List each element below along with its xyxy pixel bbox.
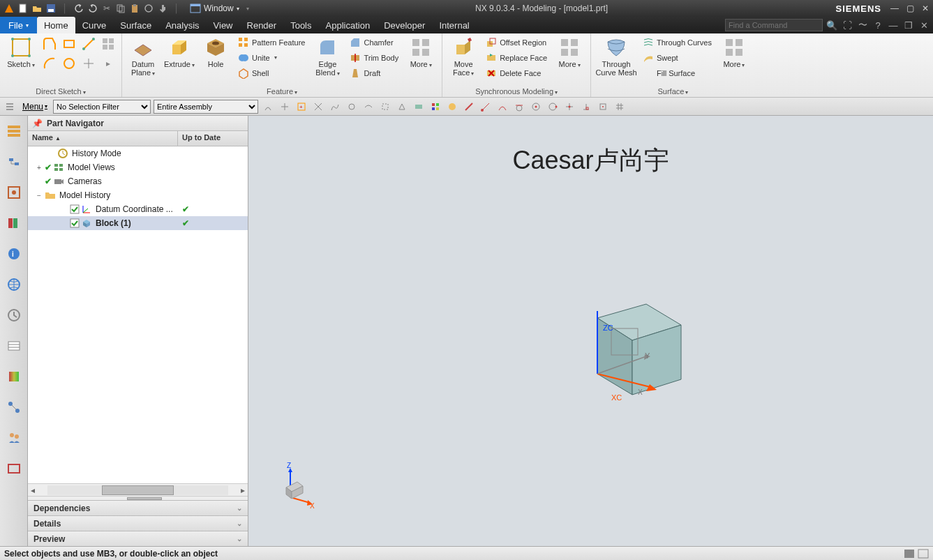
surface-more-button[interactable]: More bbox=[717, 35, 751, 70]
doc-minimize-button[interactable]: — bbox=[887, 20, 900, 31]
tree-row[interactable]: +✔Model Views bbox=[28, 160, 248, 174]
dependencies-tab[interactable] bbox=[4, 398, 24, 417]
tab-view[interactable]: View bbox=[207, 17, 240, 33]
tab-application[interactable]: Application bbox=[319, 17, 378, 33]
search-icon[interactable]: 🔍 bbox=[826, 20, 838, 31]
new-icon[interactable] bbox=[17, 2, 29, 15]
delete-face-button[interactable]: Delete Face bbox=[483, 66, 550, 80]
snap-grid[interactable] bbox=[613, 100, 627, 114]
unite-button[interactable]: Unite bbox=[235, 50, 308, 65]
process-studio-tab[interactable] bbox=[4, 336, 24, 356]
sel-tool-9[interactable] bbox=[395, 100, 409, 114]
tree-row[interactable]: −Model History bbox=[28, 188, 248, 202]
options-icon[interactable]: 〜 bbox=[856, 20, 869, 31]
offset-region-button[interactable]: Offset Region bbox=[483, 35, 550, 50]
line-tool[interactable] bbox=[80, 35, 98, 53]
selection-filter-dropdown[interactable]: No Selection Filter bbox=[53, 100, 151, 114]
history-tab[interactable] bbox=[4, 305, 24, 325]
sel-tool-10[interactable] bbox=[412, 100, 426, 114]
tab-surface[interactable]: Surface bbox=[113, 17, 158, 33]
details-panel[interactable]: Details⌄ bbox=[28, 515, 248, 531]
sel-tool-4[interactable] bbox=[311, 100, 325, 114]
column-name[interactable]: Name ▲ bbox=[28, 131, 178, 146]
system-scene-tab[interactable] bbox=[4, 367, 24, 386]
close-button[interactable]: ✕ bbox=[918, 2, 933, 15]
file-menu[interactable]: File▾ bbox=[0, 17, 37, 33]
fullscreen-icon[interactable]: ⛶ bbox=[841, 20, 853, 31]
through-curve-mesh-button[interactable]: Through Curve Mesh bbox=[595, 35, 637, 78]
repeat-icon[interactable] bbox=[142, 2, 155, 15]
sel-tool-1[interactable] bbox=[261, 100, 275, 114]
edge-blend-button[interactable]: Edge Blend bbox=[311, 35, 344, 79]
tab-developer[interactable]: Developer bbox=[377, 17, 432, 33]
pattern-feature-button[interactable]: Pattern Feature bbox=[235, 35, 308, 50]
preview-panel[interactable]: Preview⌄ bbox=[28, 531, 248, 546]
trim-body-button[interactable]: Trim Body bbox=[347, 50, 401, 65]
cut-icon[interactable]: ✂ bbox=[100, 2, 113, 15]
maximize-button[interactable]: ▢ bbox=[902, 2, 918, 15]
tree-row[interactable]: ✔Cameras bbox=[28, 174, 248, 188]
expander-icon[interactable]: + bbox=[35, 164, 43, 172]
more-sketch-icon[interactable] bbox=[99, 35, 117, 53]
sel-tool-2[interactable] bbox=[278, 100, 292, 114]
profile-tool[interactable] bbox=[40, 35, 59, 53]
arc-tool[interactable] bbox=[40, 54, 59, 73]
assembly-navigator-tab[interactable] bbox=[4, 152, 24, 172]
snap-line[interactable] bbox=[462, 100, 476, 114]
constraint-navigator-tab[interactable] bbox=[4, 183, 24, 202]
sel-tool-3[interactable]: + bbox=[294, 100, 308, 114]
status-icon-2[interactable] bbox=[918, 549, 929, 559]
reuse-library-tab[interactable] bbox=[4, 213, 24, 233]
point-tool[interactable] bbox=[80, 54, 98, 73]
save-icon[interactable] bbox=[45, 2, 57, 15]
pin-icon[interactable]: 📌 bbox=[32, 119, 43, 128]
status-icon-1[interactable] bbox=[904, 549, 915, 559]
menu-button[interactable]: Menu▾ bbox=[20, 102, 50, 112]
minimize-button[interactable]: — bbox=[887, 2, 902, 15]
browser-tab[interactable] bbox=[4, 275, 24, 294]
rectangle-tool[interactable] bbox=[60, 35, 78, 53]
dependencies-panel[interactable]: Dependencies⌄ bbox=[28, 500, 248, 515]
snap-quadrant[interactable] bbox=[546, 100, 560, 114]
chevron-right-icon[interactable]: ▸ bbox=[99, 54, 117, 73]
tree-row[interactable]: Datum Coordinate ...✔ bbox=[28, 202, 248, 216]
tab-curve[interactable]: Curve bbox=[75, 17, 114, 33]
doc-close-button[interactable]: ✕ bbox=[918, 20, 930, 31]
draft-button[interactable]: Draft bbox=[347, 66, 401, 80]
sketch-button[interactable]: Sketch bbox=[4, 35, 38, 70]
shell-button[interactable]: Shell bbox=[235, 66, 308, 80]
graphics-viewport[interactable]: Caesar卢尚宇 ZC Y XC X bbox=[248, 116, 933, 546]
navigator-tree[interactable]: History Mode+✔Model Views✔Cameras−Model … bbox=[28, 146, 248, 483]
tree-row[interactable]: Block (1)✔ bbox=[28, 216, 248, 230]
touch-icon[interactable] bbox=[156, 2, 169, 15]
tab-internal[interactable]: Internal bbox=[432, 17, 476, 33]
snap-intersection[interactable] bbox=[562, 100, 576, 114]
undo-icon[interactable] bbox=[73, 2, 85, 15]
move-face-button[interactable]: Move Face bbox=[447, 35, 480, 79]
snap-tangent[interactable] bbox=[512, 100, 526, 114]
paste-icon[interactable] bbox=[128, 2, 141, 15]
copy-icon[interactable] bbox=[114, 2, 127, 15]
command-search-input[interactable] bbox=[725, 19, 823, 31]
tree-row[interactable]: History Mode bbox=[28, 146, 248, 160]
sel-tool-5[interactable] bbox=[328, 100, 342, 114]
doc-restore-button[interactable]: ❐ bbox=[902, 20, 915, 31]
checkbox[interactable] bbox=[70, 218, 80, 228]
hd3d-tab[interactable]: i bbox=[4, 244, 24, 264]
fill-surface-button[interactable]: Fill Surface bbox=[640, 66, 715, 80]
view-tab[interactable] bbox=[4, 459, 24, 478]
selection-scope-dropdown[interactable]: Entire Assembly bbox=[154, 100, 258, 114]
snap-end[interactable] bbox=[479, 100, 493, 114]
sel-tool-12[interactable] bbox=[445, 100, 459, 114]
extrude-button[interactable]: Extrude bbox=[163, 35, 196, 70]
nx-logo-icon[interactable] bbox=[3, 2, 15, 15]
expander-icon[interactable]: − bbox=[35, 192, 43, 199]
feature-more-button[interactable]: More bbox=[404, 35, 438, 70]
window-selector[interactable]: Window ▾ ▾ bbox=[186, 3, 253, 13]
chamfer-button[interactable]: Chamfer bbox=[347, 35, 401, 50]
sel-tool-6[interactable] bbox=[345, 100, 359, 114]
sel-tool-8[interactable] bbox=[378, 100, 392, 114]
checkbox[interactable] bbox=[70, 204, 80, 214]
datum-plane-button[interactable]: Datum Plane bbox=[126, 35, 160, 79]
circle-tool[interactable] bbox=[60, 54, 78, 73]
